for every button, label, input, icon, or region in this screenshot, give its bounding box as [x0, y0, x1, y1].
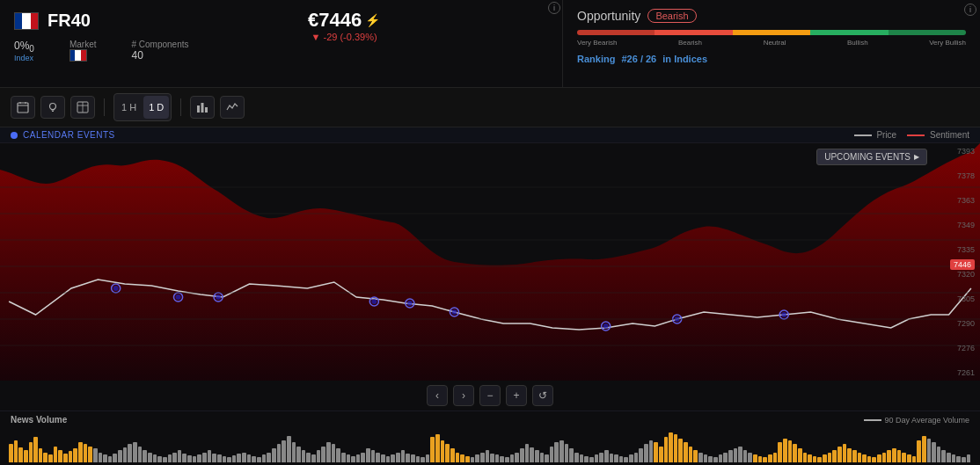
news-bar: [738, 447, 742, 462]
chart-svg: [0, 143, 980, 381]
news-bar: [178, 450, 182, 462]
news-bar: [952, 454, 956, 462]
news-bar: [515, 453, 519, 462]
news-bar: [381, 454, 385, 462]
news-bar: [917, 440, 921, 462]
bar-very-bearish: [577, 30, 655, 35]
news-bar: [232, 455, 237, 462]
news-bar: [550, 447, 554, 462]
news-bar: [788, 440, 793, 462]
nav-reset-btn[interactable]: ↺: [532, 385, 553, 406]
news-bar: [332, 444, 336, 462]
toolbar: 1 H 1 D: [0, 88, 980, 127]
svg-point-20: [371, 299, 377, 304]
info-button-right[interactable]: i: [964, 4, 976, 16]
lightbulb-btn[interactable]: [40, 96, 65, 119]
news-bar: [654, 442, 658, 462]
news-bar: [897, 450, 902, 462]
timeframe-1h[interactable]: 1 H: [116, 96, 142, 119]
svg-point-30: [781, 312, 786, 317]
news-bar: [426, 454, 430, 462]
news-bar: [143, 450, 147, 462]
svg-rect-11: [201, 103, 204, 113]
timeframe-1d[interactable]: 1 D: [143, 96, 169, 119]
news-bar: [862, 454, 867, 462]
meta-components: # Components 40: [131, 40, 188, 62]
news-bar: [872, 457, 876, 462]
calendar-dot: [11, 132, 18, 139]
news-bar: [505, 457, 509, 462]
news-bar: [58, 450, 62, 462]
news-bar: [133, 442, 137, 462]
news-bar: [376, 453, 380, 462]
label-bearish: Bearish: [678, 39, 702, 47]
main-chart[interactable]: 7393 7378 7363 7349 7335 7320 7305 7290 …: [0, 143, 980, 381]
meta-index: 0%0 Index: [14, 40, 34, 62]
label-very-bullish: Very Bullish: [929, 39, 966, 47]
y-label-8: 7276: [957, 344, 975, 352]
news-bar: [430, 437, 435, 462]
sentiment-labels: Very Bearish Bearish Neutral Bullish Ver…: [577, 39, 966, 47]
news-bar: [565, 444, 569, 462]
news-bar: [242, 453, 246, 462]
news-bar: [510, 454, 515, 462]
table-btn[interactable]: [70, 96, 95, 119]
news-bar: [148, 453, 152, 462]
news-bar: [29, 442, 33, 462]
nav-zoom-in-btn[interactable]: +: [506, 385, 527, 406]
news-bar: [341, 453, 346, 462]
bearish-badge[interactable]: Bearish: [647, 9, 696, 23]
calendar-events-label: CALENDAR EVENTS: [23, 130, 115, 140]
news-bar: [525, 444, 530, 462]
news-bar: [540, 453, 545, 462]
news-bar: [69, 451, 73, 462]
news-bar: [793, 444, 797, 462]
news-bar: [580, 454, 584, 462]
price-line-icon: [854, 134, 872, 136]
ranking-label: Ranking: [577, 54, 615, 64]
news-bar: [272, 448, 276, 462]
table-icon: [77, 101, 89, 113]
news-bar: [967, 454, 971, 462]
news-bar: [18, 447, 23, 462]
price-change: ▼ -29 (-0.39%): [308, 32, 380, 42]
news-bar: [326, 442, 331, 462]
news-bar: [778, 442, 782, 462]
news-bar: [719, 454, 723, 462]
label-very-bearish: Very Bearish: [577, 39, 617, 47]
nav-next-btn[interactable]: ›: [453, 385, 474, 406]
news-bar: [728, 450, 733, 462]
news-bar: [734, 448, 738, 462]
news-bar: [475, 454, 479, 462]
nav-zoom-out-btn[interactable]: −: [479, 385, 501, 406]
news-header: News Volume 90 Day Average Volume: [0, 415, 980, 425]
news-bar: [530, 447, 534, 462]
asset-header: FR40: [14, 11, 548, 31]
upcoming-events-btn[interactable]: UPCOMING EVENTS: [816, 149, 927, 165]
news-bar: [336, 448, 340, 462]
left-panel: FR40 €7446 ⚡ ▼ -29 (-0.39%) 0%0 Index Ma…: [0, 0, 563, 87]
news-bar: [33, 437, 38, 462]
news-bar: [708, 456, 713, 462]
news-bar: [471, 457, 475, 462]
calendar-btn[interactable]: [11, 96, 35, 119]
news-bar: [197, 454, 201, 462]
news-bar: [882, 453, 887, 462]
nav-prev-btn[interactable]: ‹: [427, 385, 448, 406]
news-bar: [813, 456, 817, 462]
news-bar: [78, 442, 83, 462]
news-bar: [227, 457, 231, 462]
chart-type-btn[interactable]: [190, 96, 215, 119]
news-bar: [574, 453, 579, 462]
news-bar: [892, 448, 896, 462]
ranking-value[interactable]: #26 / 26: [621, 54, 656, 64]
news-bar: [837, 447, 842, 462]
chart-nav: ‹ › − + ↺: [0, 381, 980, 411]
news-section: News Volume 90 Day Average Volume 11 18 …: [0, 411, 980, 465]
meta-market: Market: [69, 40, 97, 62]
svg-point-18: [216, 294, 221, 300]
indicator-btn[interactable]: [220, 96, 245, 119]
info-button-left[interactable]: i: [548, 2, 560, 14]
news-bar: [559, 440, 564, 462]
y-label-9: 7261: [957, 368, 975, 377]
